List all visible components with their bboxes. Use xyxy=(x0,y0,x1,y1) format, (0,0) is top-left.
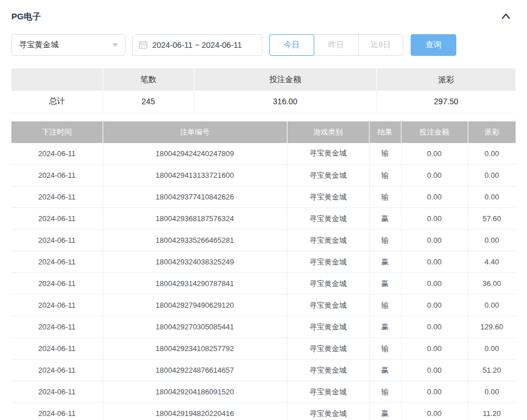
cell-bet-amount: 0.00 xyxy=(401,360,468,381)
cell-payout: 4.40 xyxy=(468,251,516,273)
cell-game-category: 寻宝黄金城 xyxy=(287,360,369,381)
chevron-down-icon xyxy=(112,43,118,47)
cell-game-category: 寻宝黄金城 xyxy=(287,186,369,208)
cell-order-number: 1800429270305085441 xyxy=(103,316,287,338)
cell-order-number: 1800429413133721600 xyxy=(103,165,287,186)
cell-bet-time: 2024-06-11 xyxy=(11,295,103,316)
cell-payout: 57.60 xyxy=(468,208,516,230)
cell-result: 输 xyxy=(369,165,401,186)
cell-result: 输 xyxy=(369,230,401,251)
cell-game-category: 寻宝黄金城 xyxy=(287,273,369,295)
cell-result: 输 xyxy=(369,295,401,316)
cell-payout: 0.00 xyxy=(468,230,516,251)
date-range-input[interactable]: 2024-06-11 ~ 2024-06-11 xyxy=(132,34,262,56)
cell-game-category: 寻宝黄金城 xyxy=(287,208,369,230)
table-row: 2024-06-11 1800429270305085441 寻宝黄金城 赢 0… xyxy=(11,316,516,338)
calendar-icon xyxy=(139,40,148,50)
cell-bet-time: 2024-06-11 xyxy=(11,230,103,251)
cell-bet-amount: 0.00 xyxy=(401,403,468,420)
header-payout: 派彩 xyxy=(468,121,516,143)
cell-game-category: 寻宝黄金城 xyxy=(287,230,369,251)
table-row: 2024-06-11 1800429194820220416 寻宝黄金城 赢 0… xyxy=(11,403,516,420)
cell-result: 输 xyxy=(369,186,401,208)
table-row: 2024-06-11 1800429424240247809 寻宝黄金城 输 0… xyxy=(11,143,516,165)
header-result: 结果 xyxy=(369,121,401,143)
cell-order-number: 1800429234108257792 xyxy=(103,338,287,360)
bet-table-body: 2024-06-11 1800429424240247809 寻宝黄金城 输 0… xyxy=(11,143,516,420)
cell-bet-amount: 0.00 xyxy=(401,338,468,360)
table-row: 2024-06-11 1800429324038325249 寻宝黄金城 赢 0… xyxy=(11,251,516,273)
cell-bet-amount: 0.00 xyxy=(401,165,468,186)
cell-result: 赢 xyxy=(369,360,401,381)
cell-bet-amount: 0.00 xyxy=(401,381,468,403)
last-8-days-button[interactable]: 近8日 xyxy=(358,34,403,56)
table-row: 2024-06-11 1800429413133721600 寻宝黄金城 输 0… xyxy=(11,165,516,186)
query-button[interactable]: 查询 xyxy=(411,34,456,56)
cell-game-category: 寻宝黄金城 xyxy=(287,251,369,273)
cell-order-number: 1800429424240247809 xyxy=(103,143,287,165)
cell-bet-amount: 0.00 xyxy=(401,316,468,338)
cell-payout: 129.60 xyxy=(468,316,516,338)
summary-header-count: 笔数 xyxy=(103,68,194,91)
cell-result: 赢 xyxy=(369,403,401,420)
cell-bet-amount: 0.00 xyxy=(401,208,468,230)
cell-result: 输 xyxy=(369,381,401,403)
cell-payout: 0.00 xyxy=(468,381,516,403)
date-range-value: 2024-06-11 ~ 2024-06-11 xyxy=(152,40,242,50)
cell-payout: 0.00 xyxy=(468,143,516,165)
cell-bet-amount: 0.00 xyxy=(401,186,468,208)
cell-order-number: 1800429314290787841 xyxy=(103,273,287,295)
bet-records-table: 下注时间 注单编号 游戏类别 结果 投注金额 派彩 2024-06-11 180… xyxy=(11,121,516,420)
table-row: 2024-06-11 1800429204186091520 寻宝黄金城 输 0… xyxy=(11,381,516,403)
header-bet-amount: 投注金额 xyxy=(401,121,468,143)
cell-game-category: 寻宝黄金城 xyxy=(287,295,369,316)
cell-result: 赢 xyxy=(369,208,401,230)
summary-table: 笔数 投注金额 派彩 总计 245 316.00 297.50 xyxy=(11,68,516,113)
panel-header: PG电子 xyxy=(11,10,516,23)
summary-header-row: 笔数 投注金额 派彩 xyxy=(11,68,516,91)
cell-game-category: 寻宝黄金城 xyxy=(287,381,369,403)
table-row: 2024-06-11 1800429279490629120 寻宝黄金城 输 0… xyxy=(11,295,516,316)
cell-result: 赢 xyxy=(369,251,401,273)
quick-range-group: 今日 昨日 近8日 xyxy=(269,34,403,56)
cell-order-number: 1800429204186091520 xyxy=(103,381,287,403)
table-row: 2024-06-11 1800429234108257792 寻宝黄金城 输 0… xyxy=(11,338,516,360)
cell-bet-time: 2024-06-11 xyxy=(11,316,103,338)
cell-game-category: 寻宝黄金城 xyxy=(287,316,369,338)
table-row: 2024-06-11 1800429368187576324 寻宝黄金城 赢 0… xyxy=(11,208,516,230)
summary-header-empty xyxy=(11,68,103,91)
cell-bet-time: 2024-06-11 xyxy=(11,186,103,208)
cell-game-category: 寻宝黄金城 xyxy=(287,143,369,165)
header-bet-time: 下注时间 xyxy=(11,121,103,143)
summary-total-label: 总计 xyxy=(11,91,103,113)
cell-game-category: 寻宝黄金城 xyxy=(287,338,369,360)
summary-total-payout: 297.50 xyxy=(376,91,516,113)
yesterday-button[interactable]: 昨日 xyxy=(314,34,359,56)
cell-bet-amount: 0.00 xyxy=(401,143,468,165)
cell-bet-time: 2024-06-11 xyxy=(11,338,103,360)
game-select[interactable]: 寻宝黄金城 xyxy=(11,34,125,56)
cell-result: 赢 xyxy=(369,273,401,295)
cell-bet-time: 2024-06-11 xyxy=(11,143,103,165)
cell-order-number: 1800429224876614657 xyxy=(103,360,287,381)
cell-result: 赢 xyxy=(369,316,401,338)
panel-title: PG电子 xyxy=(11,11,41,22)
cell-order-number: 1800429324038325249 xyxy=(103,251,287,273)
summary-header-bet-amount: 投注金额 xyxy=(194,68,376,91)
cell-bet-amount: 0.00 xyxy=(401,230,468,251)
cell-order-number: 1800429335266465281 xyxy=(103,230,287,251)
summary-total-row: 总计 245 316.00 297.50 xyxy=(11,91,516,113)
table-row: 2024-06-11 1800429224876614657 寻宝黄金城 赢 0… xyxy=(11,360,516,381)
pg-games-panel: PG电子 寻宝黄金城 2024-06-11 ~ 2024-06-11 xyxy=(0,0,527,420)
cell-bet-time: 2024-06-11 xyxy=(11,403,103,420)
cell-payout: 0.00 xyxy=(468,295,516,316)
bet-table-header-row: 下注时间 注单编号 游戏类别 结果 投注金额 派彩 xyxy=(11,121,516,143)
cell-result: 输 xyxy=(369,143,401,165)
today-button[interactable]: 今日 xyxy=(269,34,314,56)
cell-payout: 0.00 xyxy=(468,186,516,208)
cell-payout: 36.00 xyxy=(468,273,516,295)
cell-bet-time: 2024-06-11 xyxy=(11,208,103,230)
cell-bet-time: 2024-06-11 xyxy=(11,381,103,403)
cell-payout: 11.20 xyxy=(468,403,516,420)
collapse-chevron-up-icon[interactable] xyxy=(500,10,512,23)
